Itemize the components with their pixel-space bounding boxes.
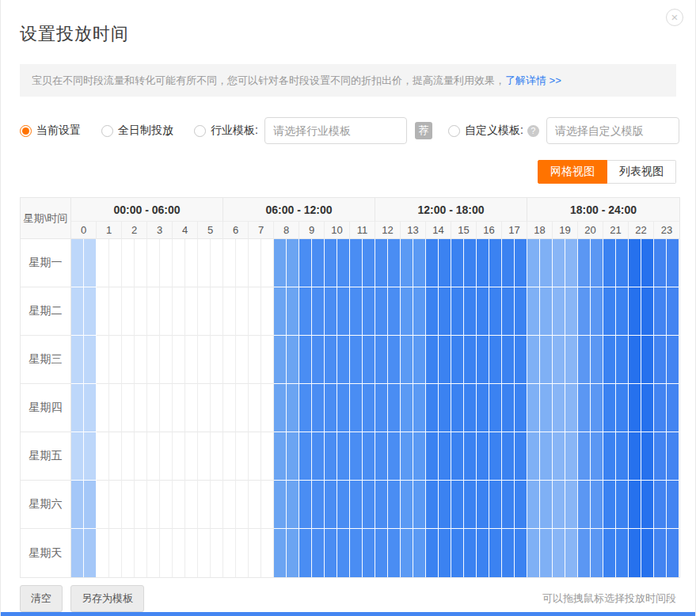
help-icon[interactable]: ? <box>527 125 539 137</box>
schedule-cell[interactable] <box>401 481 413 529</box>
schedule-cell[interactable] <box>527 432 540 481</box>
schedule-cell[interactable] <box>629 239 641 287</box>
schedule-cell[interactable] <box>451 239 464 287</box>
schedule-cell[interactable] <box>439 287 451 336</box>
schedule-cell[interactable] <box>84 336 97 384</box>
schedule-cell[interactable] <box>337 239 350 287</box>
schedule-cell[interactable] <box>135 239 147 287</box>
schedule-cell[interactable] <box>223 287 236 336</box>
schedule-cell[interactable] <box>71 432 84 481</box>
schedule-cell[interactable] <box>578 432 591 481</box>
schedule-cell[interactable] <box>223 481 236 529</box>
schedule-cell[interactable] <box>667 384 679 432</box>
schedule-cell[interactable] <box>464 481 477 529</box>
schedule-cell[interactable] <box>565 287 578 336</box>
schedule-cell[interactable] <box>261 384 274 432</box>
schedule-cell[interactable] <box>515 287 527 336</box>
schedule-cell[interactable] <box>135 336 147 384</box>
schedule-cell[interactable] <box>122 529 135 577</box>
schedule-cell[interactable] <box>84 239 97 287</box>
schedule-cell[interactable] <box>565 432 578 481</box>
schedule-cell[interactable] <box>375 336 388 384</box>
schedule-cell[interactable] <box>502 481 515 529</box>
schedule-cell[interactable] <box>629 481 641 529</box>
schedule-cell[interactable] <box>299 384 312 432</box>
schedule-cell[interactable] <box>477 384 489 432</box>
schedule-cell[interactable] <box>325 336 337 384</box>
schedule-cell[interactable] <box>147 239 160 287</box>
schedule-cell[interactable] <box>451 481 464 529</box>
schedule-cell[interactable] <box>198 336 211 384</box>
schedule-cell[interactable] <box>439 529 451 577</box>
schedule-cell[interactable] <box>173 336 185 384</box>
schedule-cell[interactable] <box>641 336 654 384</box>
radio-icon-current[interactable] <box>20 125 32 137</box>
schedule-cell[interactable] <box>160 287 173 336</box>
schedule-cell[interactable] <box>211 287 223 336</box>
schedule-cell[interactable] <box>375 432 388 481</box>
schedule-cell[interactable] <box>109 529 122 577</box>
schedule-cell[interactable] <box>312 481 325 529</box>
schedule-cell[interactable] <box>147 384 160 432</box>
schedule-cell[interactable] <box>641 287 654 336</box>
schedule-cell[interactable] <box>375 287 388 336</box>
schedule-cell[interactable] <box>667 336 679 384</box>
schedule-cell[interactable] <box>97 384 109 432</box>
schedule-cell[interactable] <box>198 529 211 577</box>
schedule-cell[interactable] <box>641 481 654 529</box>
schedule-cell[interactable] <box>565 529 578 577</box>
schedule-cell[interactable] <box>489 481 502 529</box>
schedule-cell[interactable] <box>223 529 236 577</box>
schedule-cell[interactable] <box>553 529 565 577</box>
schedule-cell[interactable] <box>413 529 426 577</box>
schedule-cell[interactable] <box>337 384 350 432</box>
schedule-cell[interactable] <box>489 384 502 432</box>
schedule-cell[interactable] <box>185 529 198 577</box>
schedule-cell[interactable] <box>261 481 274 529</box>
schedule-cell[interactable] <box>312 384 325 432</box>
schedule-cell[interactable] <box>84 481 97 529</box>
schedule-cell[interactable] <box>122 481 135 529</box>
schedule-cell[interactable] <box>223 336 236 384</box>
schedule-cell[interactable] <box>363 287 375 336</box>
schedule-cell[interactable] <box>413 336 426 384</box>
schedule-cell[interactable] <box>515 529 527 577</box>
schedule-cell[interactable] <box>312 239 325 287</box>
radio-current-setting[interactable]: 当前设置 <box>20 124 81 138</box>
schedule-cell[interactable] <box>325 384 337 432</box>
schedule-cell[interactable] <box>135 432 147 481</box>
schedule-cell[interactable] <box>401 529 413 577</box>
schedule-cell[interactable] <box>451 336 464 384</box>
schedule-cell[interactable] <box>477 529 489 577</box>
schedule-cell[interactable] <box>401 287 413 336</box>
schedule-cell[interactable] <box>97 432 109 481</box>
schedule-cell[interactable] <box>489 432 502 481</box>
schedule-cell[interactable] <box>236 432 249 481</box>
schedule-cell[interactable] <box>578 239 591 287</box>
schedule-cell[interactable] <box>489 529 502 577</box>
schedule-cell[interactable] <box>135 287 147 336</box>
schedule-cell[interactable] <box>502 384 515 432</box>
schedule-cell[interactable] <box>515 384 527 432</box>
schedule-cell[interactable] <box>109 384 122 432</box>
schedule-cell[interactable] <box>109 336 122 384</box>
schedule-cell[interactable] <box>299 239 312 287</box>
schedule-cell[interactable] <box>350 239 363 287</box>
schedule-cell[interactable] <box>591 239 603 287</box>
schedule-cell[interactable] <box>388 384 401 432</box>
schedule-cell[interactable] <box>287 287 299 336</box>
schedule-cell[interactable] <box>540 239 553 287</box>
schedule-cell[interactable] <box>578 287 591 336</box>
schedule-cell[interactable] <box>413 432 426 481</box>
schedule-cell[interactable] <box>616 481 629 529</box>
schedule-cell[interactable] <box>616 287 629 336</box>
schedule-cell[interactable] <box>337 481 350 529</box>
schedule-cell[interactable] <box>515 336 527 384</box>
schedule-cell[interactable] <box>312 529 325 577</box>
schedule-cell[interactable] <box>71 529 84 577</box>
schedule-cell[interactable] <box>236 481 249 529</box>
schedule-cell[interactable] <box>591 481 603 529</box>
schedule-cell[interactable] <box>464 287 477 336</box>
schedule-cell[interactable] <box>97 239 109 287</box>
schedule-cell[interactable] <box>274 336 287 384</box>
